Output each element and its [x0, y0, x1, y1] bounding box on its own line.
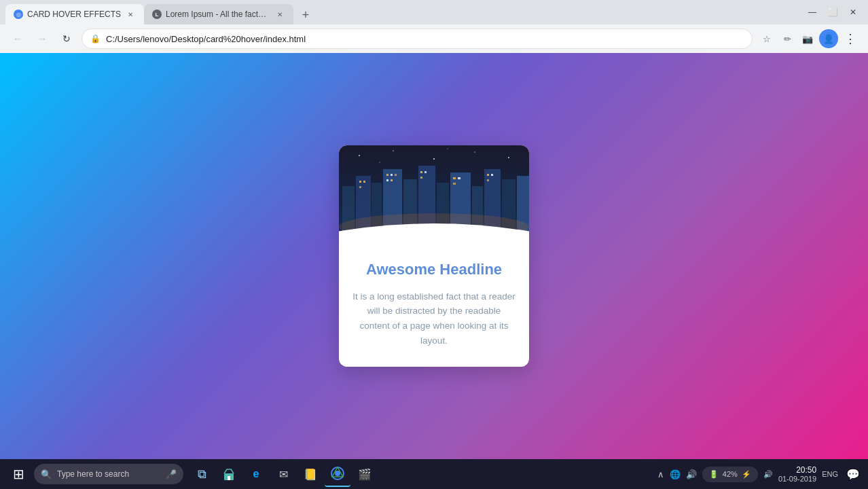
card-headline: Awesome Headline	[352, 261, 516, 278]
card-body-text: It is a long established fact that a rea…	[352, 289, 516, 348]
page-content: Awesome Headline It is a long establishe…	[0, 53, 868, 459]
url-text: C:/Users/lenovo/Desktop/card%20hover/ind…	[106, 34, 744, 44]
tab2-title: Lorem Ipsum - All the facts - Lip...	[166, 10, 270, 19]
battery-icon: 🔋	[708, 469, 720, 480]
power-icon: ⚡	[740, 469, 753, 480]
speaker-icon[interactable]: 🔊	[762, 469, 774, 480]
svg-point-7	[379, 162, 380, 162]
svg-point-6	[448, 148, 448, 149]
search-icon: 🔍	[41, 469, 52, 479]
svg-point-1	[359, 155, 360, 156]
svg-point-4	[474, 151, 475, 153]
edge-app[interactable]: e	[243, 461, 269, 487]
back-button[interactable]: ←	[8, 29, 27, 48]
card: Awesome Headline It is a long establishe…	[339, 145, 529, 367]
battery-indicator[interactable]: 🔋 42% ⚡	[702, 467, 758, 482]
title-bar: ◎ CARD HOVER EFFECTS ✕ L Lorem Ipsum - A…	[0, 0, 868, 24]
network-icon[interactable]: 🌐	[668, 468, 682, 481]
taskbar-right: ∧ 🌐 🔊 🔋 42% ⚡ 🔊 20:50 01-09-2019 ENG 💬	[656, 465, 863, 484]
svg-rect-26	[386, 179, 388, 181]
taskbar-search[interactable]: 🔍 Type here to search 🎤	[34, 464, 183, 484]
svg-rect-23	[386, 174, 388, 176]
svg-rect-30	[420, 177, 422, 179]
svg-rect-33	[453, 183, 456, 185]
screenshot-button[interactable]: 📷	[799, 30, 816, 48]
system-clock[interactable]: 20:50 01-09-2019	[778, 465, 816, 483]
svg-rect-29	[424, 171, 427, 173]
svg-rect-18	[502, 179, 516, 247]
bookmark-button[interactable]: ☆	[758, 30, 776, 48]
profile-button[interactable]: 👤	[819, 29, 838, 48]
tab-lorem-ipsum[interactable]: L Lorem Ipsum - All the facts - Lip... ✕	[144, 4, 293, 24]
mail-app[interactable]: ✉	[270, 461, 296, 487]
new-tab-button[interactable]: +	[296, 5, 315, 24]
start-button[interactable]: ⊞	[5, 461, 31, 487]
svg-rect-8	[342, 186, 355, 247]
svg-point-2	[393, 150, 394, 151]
menu-button[interactable]: ⋮	[841, 29, 860, 48]
card-body: Awesome Headline It is a long establishe…	[339, 247, 529, 367]
tab1-favicon: ◎	[14, 10, 23, 19]
close-button[interactable]: ✕	[844, 3, 863, 22]
forward-button[interactable]: →	[33, 29, 52, 48]
svg-point-5	[508, 157, 509, 158]
search-placeholder: Type here to search	[57, 469, 129, 479]
svg-rect-12	[403, 179, 417, 247]
address-input[interactable]: 🔒 C:/Users/lenovo/Desktop/card%20hover/i…	[82, 29, 753, 49]
chevron-icon[interactable]: ∧	[656, 468, 666, 481]
reload-button[interactable]: ↻	[57, 29, 76, 48]
chrome-icon	[331, 467, 344, 480]
mic-icon: 🎤	[166, 469, 177, 479]
svg-rect-28	[420, 171, 422, 173]
tab2-favicon: L	[152, 10, 162, 19]
tab1-close-button[interactable]: ✕	[125, 9, 136, 20]
city-skyline-image	[339, 145, 529, 247]
svg-rect-36	[487, 179, 489, 181]
svg-rect-21	[363, 181, 365, 183]
taskbar-apps: ⧉ e ✉ 📒 🎬	[189, 461, 378, 487]
tab-card-hover[interactable]: ◎ CARD HOVER EFFECTS ✕	[5, 4, 144, 24]
tab1-title: CARD HOVER EFFECTS	[27, 10, 121, 19]
svg-rect-31	[453, 177, 456, 179]
svg-rect-24	[391, 174, 393, 176]
svg-point-37	[339, 213, 529, 240]
svg-rect-25	[395, 174, 397, 176]
svg-rect-17	[484, 169, 501, 247]
store-icon	[222, 467, 236, 481]
svg-rect-9	[356, 176, 371, 247]
svg-rect-22	[359, 186, 361, 188]
address-actions: ☆ ✏ 📷 👤 ⋮	[758, 29, 860, 48]
battery-percent: 42%	[723, 470, 738, 478]
notification-button[interactable]: 💬	[844, 465, 863, 484]
svg-rect-27	[391, 179, 393, 181]
svg-rect-20	[359, 181, 361, 183]
lock-icon: 🔒	[90, 34, 101, 43]
svg-rect-39	[228, 476, 230, 480]
clock-time: 20:50	[778, 465, 816, 475]
minimize-button[interactable]: —	[803, 3, 822, 22]
system-tray-icons: ∧ 🌐 🔊	[656, 468, 698, 481]
store-app[interactable]	[216, 461, 242, 487]
edit-button[interactable]: ✏	[778, 30, 796, 48]
taskbar: ⊞ 🔍 Type here to search 🎤 ⧉ e ✉ 📒	[0, 459, 868, 489]
svg-rect-10	[372, 183, 382, 247]
svg-rect-32	[458, 177, 460, 179]
svg-rect-19	[517, 176, 529, 247]
volume-icon[interactable]: 🔊	[685, 468, 698, 481]
address-bar: ← → ↻ 🔒 C:/Users/lenovo/Desktop/card%20h…	[0, 24, 868, 53]
svg-point-3	[433, 158, 435, 160]
maximize-button[interactable]: ⬜	[823, 3, 842, 22]
task-view-button[interactable]: ⧉	[189, 461, 215, 487]
clock-date: 01-09-2019	[778, 475, 816, 483]
sticky-notes-app[interactable]: 📒	[297, 461, 323, 487]
camtasia-app[interactable]: 🎬	[352, 461, 378, 487]
browser-window: ◎ CARD HOVER EFFECTS ✕ L Lorem Ipsum - A…	[0, 0, 868, 489]
svg-rect-34	[487, 174, 489, 176]
svg-rect-35	[491, 174, 493, 176]
card-image-container	[339, 145, 529, 247]
language-indicator: ENG	[820, 469, 839, 479]
window-controls: — ⬜ ✕	[797, 3, 863, 22]
tab-bar: ◎ CARD HOVER EFFECTS ✕ L Lorem Ipsum - A…	[5, 0, 797, 24]
tab2-close-button[interactable]: ✕	[274, 9, 285, 20]
chrome-app[interactable]	[325, 461, 350, 487]
